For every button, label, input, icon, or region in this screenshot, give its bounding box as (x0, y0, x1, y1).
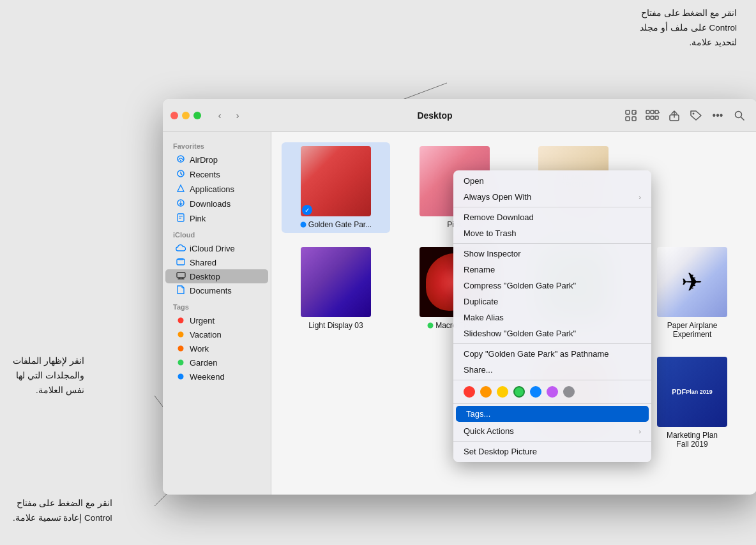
sidebar-item-work[interactable]: Work (165, 341, 268, 355)
close-button[interactable] (170, 112, 178, 119)
ctx-always-open-with[interactable]: Always Open With › (453, 189, 651, 205)
more-button[interactable]: ••• (708, 107, 727, 124)
work-tag-icon (176, 343, 186, 354)
color-orange[interactable] (480, 386, 492, 398)
color-red[interactable] (464, 386, 475, 398)
ctx-copy-pathname[interactable]: Copy "Golden Gate Park" as Pathname (453, 346, 651, 362)
minimize-button[interactable] (182, 112, 190, 119)
sidebar-item-desktop[interactable]: Desktop (165, 269, 268, 283)
file-item-paper-airplane[interactable]: ✈ Paper AirplaneExperiment (638, 243, 746, 343)
urgent-label: Urgent (190, 316, 215, 325)
toolbar: ‹ › Desktop (163, 99, 756, 132)
ctx-rename[interactable]: Rename (453, 262, 651, 278)
golden-gate-label-row: Golden Gate Par... (300, 220, 372, 229)
pdf2-thumb: PDFPlan 2019 (657, 357, 727, 427)
desktop-label: Desktop (190, 272, 220, 281)
ctx-sep6 (453, 441, 651, 442)
ctx-tags[interactable]: Tags... (456, 406, 649, 422)
color-gray[interactable] (563, 386, 575, 398)
ctx-slideshow[interactable]: Slideshow "Golden Gate Park" (453, 325, 651, 341)
annotation-left-middle: انقر لإظهار الملفات والمجلدات التي لها ن… (13, 354, 84, 398)
annotation-top-right: انقر مع الضغط على مفتاح Control على ملف … (640, 6, 737, 50)
icloud-icon (176, 243, 186, 253)
svg-point-18 (180, 160, 181, 161)
work-label: Work (190, 344, 209, 354)
back-button[interactable]: ‹ (211, 107, 228, 124)
downloads-icon (176, 198, 186, 209)
icloud-label: iCloud (163, 226, 271, 241)
forward-button[interactable]: › (229, 107, 246, 124)
color-purple[interactable] (547, 386, 558, 398)
ctx-compress[interactable]: Compress "Golden Gate Park" (453, 278, 651, 294)
vacation-label: Vacation (190, 330, 222, 340)
ctx-open[interactable]: Open (453, 173, 651, 189)
toolbar-actions: ••• (621, 107, 749, 124)
sidebar-item-pink[interactable]: Pink (165, 211, 268, 226)
applications-icon (176, 184, 186, 195)
sidebar-item-shared[interactable]: Shared (165, 255, 268, 269)
ctx-show-inspector[interactable]: Show Inspector (453, 246, 651, 262)
ctx-sep2 (453, 243, 651, 244)
ctx-sep1 (453, 207, 651, 207)
sidebar-item-documents[interactable]: Documents (165, 283, 268, 298)
view-grid-button[interactable] (621, 107, 640, 124)
downloads-label: Downloads (190, 199, 231, 209)
main-area: Favorites AirDrop Recents Applications (163, 132, 756, 495)
file-item-golden-gate[interactable]: ✓ Golden Gate Par... (282, 142, 390, 233)
svg-point-34 (178, 374, 184, 380)
file-item-light-display[interactable]: Light Display 03 (282, 243, 390, 343)
sidebar-item-airdrop[interactable]: AirDrop (165, 153, 268, 167)
paper-label: Paper AirplaneExperiment (667, 321, 718, 339)
ctx-move-to-trash[interactable]: Move to Trash (453, 225, 651, 241)
file-item-pdf2[interactable]: PDFPlan 2019 Marketing PlanFall 2019 (638, 353, 746, 452)
sidebar-item-weekend[interactable]: Weekend (165, 370, 268, 384)
ctx-make-alias[interactable]: Make Alias (453, 310, 651, 325)
sidebar-item-recents[interactable]: Recents (165, 167, 268, 182)
share-button[interactable] (665, 107, 684, 124)
light-display-label: Light Display 03 (308, 321, 363, 330)
svg-point-14 (693, 112, 695, 114)
sidebar: Favorites AirDrop Recents Applications (163, 132, 271, 495)
annotation-bottom-left: انقر مع الضغط على مفتاح Control إعادة تس… (13, 496, 112, 526)
tag-button[interactable] (686, 107, 706, 124)
sidebar-item-downloads[interactable]: Downloads (165, 197, 268, 211)
airdrop-icon (176, 154, 186, 165)
search-button[interactable] (730, 107, 749, 124)
documents-icon (176, 285, 186, 296)
ctx-share[interactable]: Share... (453, 362, 651, 378)
color-blue[interactable] (530, 386, 541, 398)
maximize-button[interactable] (193, 112, 201, 119)
svg-point-36 (428, 323, 434, 329)
sidebar-item-applications[interactable]: Applications (165, 182, 268, 197)
golden-gate-label: Golden Gate Par... (308, 220, 372, 229)
svg-rect-21 (178, 214, 184, 221)
recents-label: Recents (190, 170, 220, 179)
sidebar-item-icloud[interactable]: iCloud Drive (165, 241, 268, 255)
pink-label: Pink (190, 214, 206, 223)
desktop-icon (176, 271, 186, 281)
applications-label: Applications (190, 184, 234, 194)
ctx-quick-actions[interactable]: Quick Actions › (453, 423, 651, 439)
view-options-button[interactable] (643, 107, 662, 124)
sidebar-item-vacation[interactable]: Vacation (165, 327, 268, 341)
svg-rect-10 (646, 116, 649, 119)
svg-rect-7 (646, 110, 649, 114)
weekend-tag-icon (176, 371, 186, 382)
shared-icon (176, 257, 186, 267)
color-yellow[interactable] (497, 386, 508, 398)
ctx-duplicate[interactable]: Duplicate (453, 294, 651, 310)
traffic-lights (170, 112, 201, 119)
icloud-drive-label: iCloud Drive (190, 244, 235, 253)
svg-rect-3 (626, 110, 630, 114)
svg-rect-5 (626, 117, 630, 121)
ctx-remove-download[interactable]: Remove Download (453, 209, 651, 225)
nav-buttons: ‹ › (211, 107, 246, 124)
sidebar-item-garden[interactable]: Garden (165, 355, 268, 370)
color-green[interactable] (513, 386, 525, 398)
ctx-sep5 (453, 403, 651, 404)
svg-rect-12 (655, 116, 658, 119)
ctx-set-desktop[interactable]: Set Desktop Picture (453, 444, 651, 459)
sidebar-item-urgent[interactable]: Urgent (165, 313, 268, 327)
svg-rect-4 (632, 110, 636, 114)
pdf2-label: Marketing PlanFall 2019 (667, 431, 718, 449)
